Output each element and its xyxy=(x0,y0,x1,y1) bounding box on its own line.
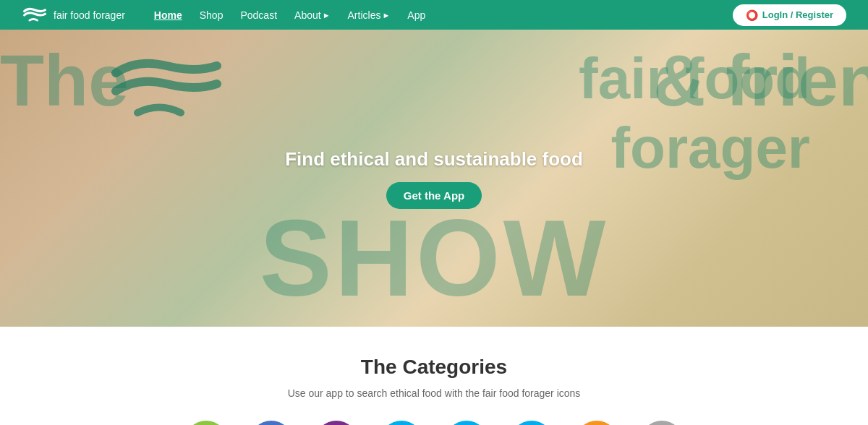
nav-articles[interactable]: Articles ► xyxy=(348,9,391,21)
get-app-button[interactable]: Get the App xyxy=(386,182,482,209)
login-register-button[interactable]: ⭕ LogIn / Register xyxy=(733,4,846,26)
categories-icons-row: SRA xyxy=(22,421,846,425)
about-arrow-icon: ► xyxy=(323,11,331,20)
category-icon-sra[interactable]: SRA xyxy=(315,421,358,425)
hero-bg-text-show: SHOW xyxy=(260,204,609,312)
category-icon-tree[interactable] xyxy=(184,421,228,425)
nav-app[interactable]: App xyxy=(407,9,425,21)
nav-podcast[interactable]: Podcast xyxy=(240,9,277,21)
navbar: fair food forager Home Shop Podcast Abou… xyxy=(0,0,868,30)
category-icon-no[interactable] xyxy=(575,421,618,425)
category-icon-fish[interactable] xyxy=(510,421,553,425)
logo-text: fair food forager xyxy=(54,9,125,21)
categories-title: The Categories xyxy=(22,356,846,379)
hero-bg-text-middle: fair food forager xyxy=(579,44,810,183)
login-icon: ⭕ xyxy=(746,9,758,21)
category-icon-bowl[interactable] xyxy=(250,421,293,425)
hero-subtitle: Find ethical and sustainable food xyxy=(285,148,583,171)
logo-icon xyxy=(22,6,48,25)
nav-home[interactable]: Home xyxy=(154,9,182,21)
hero-logo-watermark xyxy=(101,51,231,134)
category-icon-ladder[interactable] xyxy=(640,421,684,425)
category-icon-cutlery[interactable] xyxy=(445,421,488,425)
hero-content: Find ethical and sustainable food Get th… xyxy=(285,148,583,209)
nav-about[interactable]: About ► xyxy=(294,9,330,21)
categories-subtitle: Use our app to search ethical food with … xyxy=(22,387,846,399)
articles-arrow-icon: ► xyxy=(382,11,390,20)
nav-shop[interactable]: Shop xyxy=(200,9,224,21)
nav-logo[interactable]: fair food forager xyxy=(22,6,125,25)
hero-section: The & frien fair food forager SHOW Find … xyxy=(0,30,868,327)
category-icon-lightbulb[interactable] xyxy=(380,421,423,425)
categories-section: The Categories Use our app to search eth… xyxy=(0,327,868,425)
nav-links: Home Shop Podcast About ► Articles ► App xyxy=(154,9,733,21)
